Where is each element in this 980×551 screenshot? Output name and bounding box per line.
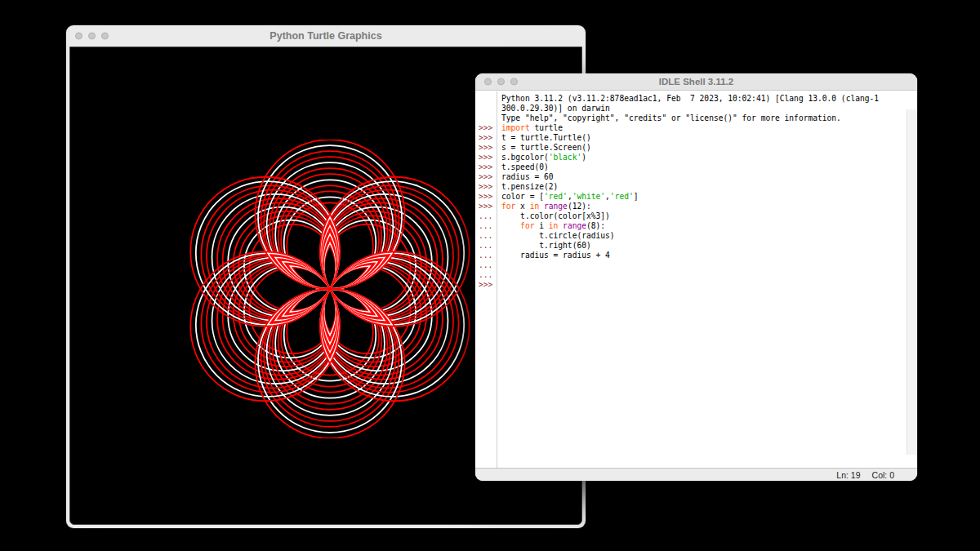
shell-prompt: ... <box>475 241 497 251</box>
shell-code-text: radius = 60 <box>497 172 554 182</box>
shell-line: ... radius = radius + 4 <box>475 251 906 260</box>
shell-line: >>>s = turtle.Screen() <box>475 143 906 153</box>
shell-prompt: ... <box>475 221 497 231</box>
idle-shell-window: IDLE Shell 3.11.2 Python 3.11.2 (v3.11.2… <box>475 73 917 481</box>
shell-prompt: >>> <box>475 133 497 143</box>
turtle-window-title: Python Turtle Graphics <box>270 30 381 42</box>
shell-line: Python 3.11.2 (v3.11.2:878ead1ac1, Feb 7… <box>475 94 906 104</box>
shell-code-text: Type "help", "copyright", "credits" or "… <box>497 113 841 123</box>
shell-prompt <box>475 104 497 113</box>
shell-line: ... t.color(color[x%3]) <box>475 211 906 221</box>
shell-code-text: t.circle(radius) <box>497 231 615 241</box>
shell-line: >>>radius = 60 <box>475 172 906 182</box>
shell-prompt: >>> <box>475 153 497 162</box>
shell-prompt: ... <box>475 251 497 260</box>
shell-prompt: >>> <box>475 143 497 153</box>
shell-prompt: ... <box>475 260 497 270</box>
shell-line: ... <box>475 260 906 270</box>
shell-line: >>>t.pensize(2) <box>475 182 906 192</box>
shell-prompt: >>> <box>475 162 497 172</box>
shell-line: ... t.circle(radius) <box>475 231 906 241</box>
turtle-flower-drawing <box>180 140 479 438</box>
shell-code-text: t.right(60) <box>497 241 591 251</box>
minimize-button[interactable] <box>497 78 505 86</box>
shell-code-text <box>497 280 506 290</box>
shell-line: ... for i in range(8): <box>475 221 906 231</box>
desktop: { "turtle_window": { "title": "Python Tu… <box>0 0 980 551</box>
shell-prompt: >>> <box>475 172 497 182</box>
window-controls <box>484 78 518 86</box>
shell-code-text: s.bgcolor('black') <box>497 153 586 162</box>
turtle-window-titlebar[interactable]: Python Turtle Graphics <box>66 25 586 47</box>
shell-line: >>>s.bgcolor('black') <box>475 153 906 162</box>
shell-lines: Python 3.11.2 (v3.11.2:878ead1ac1, Feb 7… <box>475 94 906 290</box>
shell-code-text: t = turtle.Turtle() <box>497 133 591 143</box>
idle-window-title: IDLE Shell 3.11.2 <box>659 77 733 87</box>
shell-prompt: ... <box>475 211 497 221</box>
shell-prompt: >>> <box>475 202 497 211</box>
close-button[interactable] <box>484 78 492 86</box>
window-controls <box>75 33 109 40</box>
shell-code-text: 300.0.29.30)] on darwin <box>497 104 610 113</box>
shell-line: >>>t.speed(0) <box>475 162 906 172</box>
shell-line: >>>t = turtle.Turtle() <box>475 133 906 143</box>
shell-prompt: >>> <box>475 123 497 133</box>
shell-text-area[interactable]: Python 3.11.2 (v3.11.2:878ead1ac1, Feb 7… <box>475 91 917 468</box>
shell-code-text: for i in range(8): <box>497 221 605 231</box>
shell-code-text: color = ['red','white','red'] <box>497 192 639 202</box>
zoom-button[interactable] <box>510 78 518 86</box>
shell-line: 300.0.29.30)] on darwin <box>475 104 906 113</box>
shell-code-text: for x in range(12): <box>497 202 591 211</box>
shell-prompt: >>> <box>475 280 497 290</box>
status-bar: Ln: 19 Col: 0 <box>475 468 917 481</box>
shell-line: >>>import turtle <box>475 123 906 133</box>
shell-code-text: radius = radius + 4 <box>497 251 610 260</box>
close-button[interactable] <box>75 33 82 40</box>
status-col-indicator: Col: 0 <box>872 470 894 480</box>
shell-prompt: >>> <box>475 192 497 202</box>
shell-line: >>> <box>475 280 906 290</box>
shell-prompt: ... <box>475 270 497 280</box>
shell-code-text: t.speed(0) <box>497 162 549 172</box>
shell-line: >>>color = ['red','white','red'] <box>475 192 906 202</box>
shell-line: Type "help", "copyright", "credits" or "… <box>475 113 906 123</box>
shell-line: ... t.right(60) <box>475 241 906 251</box>
shell-code-text: t.pensize(2) <box>497 182 558 192</box>
shell-code-text: import turtle <box>497 123 563 133</box>
status-line-indicator: Ln: 19 <box>836 470 860 480</box>
shell-code-text: Python 3.11.2 (v3.11.2:878ead1ac1, Feb 7… <box>497 94 879 104</box>
minimize-button[interactable] <box>88 33 96 40</box>
zoom-button[interactable] <box>101 33 109 40</box>
shell-code-text: s = turtle.Screen() <box>497 143 591 153</box>
shell-code-text: t.color(color[x%3]) <box>497 211 610 221</box>
shell-prompt: ... <box>475 231 497 241</box>
vertical-scrollbar[interactable] <box>906 109 916 455</box>
shell-prompt <box>475 113 497 123</box>
shell-prompt <box>475 94 497 104</box>
idle-window-titlebar[interactable]: IDLE Shell 3.11.2 <box>475 73 917 91</box>
shell-code-text <box>497 270 506 280</box>
shell-code-text <box>497 260 506 270</box>
shell-line: >>>for x in range(12): <box>475 202 906 211</box>
shell-line: ... <box>475 270 906 280</box>
shell-prompt: >>> <box>475 182 497 192</box>
